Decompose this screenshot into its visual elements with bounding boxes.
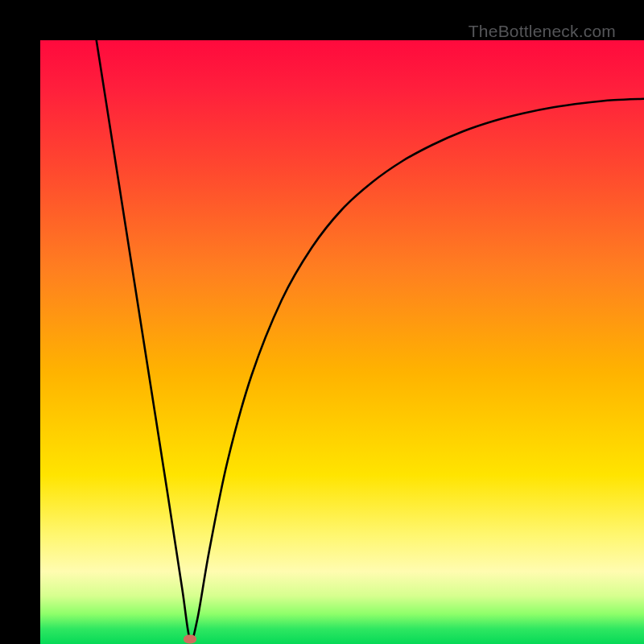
plot-area (40, 40, 644, 644)
chart-frame: TheBottleneck.com (20, 20, 624, 624)
watermark-text: TheBottleneck.com (469, 22, 616, 41)
bottleneck-curve (40, 40, 644, 644)
optimal-point-marker (184, 635, 196, 644)
